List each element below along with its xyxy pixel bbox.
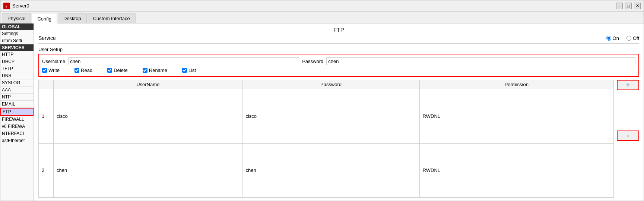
permissions-row: Write Read Delete Rename [42, 67, 635, 73]
user-table: UserName Password Permission 1 cisco cis… [38, 80, 614, 198]
radio-on-input[interactable] [606, 36, 611, 41]
main-window: S Server0 − □ ✕ Physical Config Desktop … [0, 0, 644, 201]
title-bar: S Server0 − □ ✕ [0, 0, 644, 12]
remove-user-button[interactable]: - [617, 131, 639, 141]
service-row: Service On Off [38, 35, 639, 44]
sidebar-item-algorithm-settings[interactable]: rithm Setti [0, 37, 34, 44]
title-bar-controls: − □ ✕ [616, 3, 641, 9]
sidebar-item-syslog[interactable]: SYSLOG [0, 79, 34, 87]
sidebar-item-aaa[interactable]: AAA [0, 87, 34, 94]
radio-on[interactable]: On [606, 35, 619, 41]
sidebar-item-ntp[interactable]: NTP [0, 94, 34, 101]
ftp-title: FTP [38, 26, 639, 33]
table-row[interactable]: 1 cisco cisco RWDNL [39, 89, 614, 144]
tab-custom-interface[interactable]: Custom Interface [88, 13, 136, 23]
col-index [39, 80, 54, 89]
col-password: Password [242, 80, 419, 89]
row2-permission: RWDNL [419, 143, 613, 198]
sidebar-item-ftp[interactable]: FTP [0, 108, 34, 116]
sidebar-item-fastethernet[interactable]: astEthernet [0, 137, 34, 144]
checkbox-list[interactable]: List [182, 67, 196, 73]
tab-bar: Physical Config Desktop Custom Interface [0, 12, 644, 23]
radio-off-input[interactable] [626, 36, 631, 41]
password-input[interactable] [326, 57, 635, 65]
row2-username: chen [54, 143, 242, 198]
sidebar-item-email[interactable]: EMAIL [0, 101, 34, 108]
sidebar-item-interface[interactable]: NTERFACI [0, 130, 34, 137]
maximize-button[interactable]: □ [625, 3, 632, 9]
sidebar-item-firewall[interactable]: FIREWALL [0, 116, 34, 123]
sidebar-header-global: GLOBAL [0, 23, 34, 30]
svg-text:S: S [5, 5, 7, 8]
username-input[interactable] [68, 57, 299, 65]
checkbox-read[interactable]: Read [74, 67, 92, 73]
window-title: Server0 [12, 3, 29, 9]
checkbox-list-input[interactable] [182, 68, 187, 73]
checkbox-delete-input[interactable] [107, 68, 112, 73]
row2-password: chen [242, 143, 419, 198]
sidebar-item-tftp[interactable]: TFTP [0, 65, 34, 72]
user-form-box: UserName Password Write Read [38, 54, 639, 77]
ftp-content: FTP Service On Off User Setup [34, 23, 644, 201]
checkbox-write[interactable]: Write [42, 67, 60, 73]
checkbox-read-input[interactable] [74, 68, 79, 73]
table-actions: + - [614, 80, 639, 198]
title-bar-left: S Server0 [3, 3, 29, 9]
row2-index: 2 [39, 143, 54, 198]
table-row[interactable]: 2 chen chen RWDNL [39, 143, 614, 198]
service-label: Service [38, 35, 56, 41]
add-user-button[interactable]: + [617, 80, 639, 90]
sidebar: GLOBAL Settings rithm Setti SERVICES HTT… [0, 23, 34, 201]
sidebar-item-http[interactable]: HTTP [0, 51, 34, 58]
user-setup-label: User Setup [38, 47, 639, 52]
checkbox-rename[interactable]: Rename [143, 67, 167, 73]
table-container: UserName Password Permission 1 cisco cis… [38, 80, 639, 198]
checkbox-rename-input[interactable] [143, 68, 147, 73]
checkbox-delete[interactable]: Delete [107, 67, 128, 73]
tab-physical[interactable]: Physical [2, 13, 31, 23]
close-button[interactable]: ✕ [634, 3, 641, 9]
minimize-button[interactable]: − [616, 3, 623, 9]
sidebar-item-v6firewall[interactable]: v6 FIREWA [0, 123, 34, 130]
password-label: Password [302, 59, 323, 64]
checkbox-write-input[interactable] [42, 68, 47, 73]
row1-password: cisco [242, 89, 419, 144]
main-area: GLOBAL Settings rithm Setti SERVICES HTT… [0, 23, 644, 201]
row1-index: 1 [39, 89, 54, 144]
tab-desktop[interactable]: Desktop [58, 13, 87, 23]
sidebar-header-services: SERVICES [0, 44, 34, 51]
radio-off[interactable]: Off [626, 35, 639, 41]
username-label: UserName [42, 59, 65, 64]
col-permission: Permission [419, 80, 613, 89]
row1-username: cisco [54, 89, 242, 144]
col-username: UserName [54, 80, 242, 89]
service-radio-group: On Off [606, 35, 639, 41]
app-icon: S [3, 3, 10, 9]
sidebar-item-dns[interactable]: DNS [0, 72, 34, 79]
sidebar-item-dhcp[interactable]: DHCP [0, 58, 34, 65]
tab-config[interactable]: Config [32, 14, 57, 23]
row1-permission: RWDNL [419, 89, 613, 144]
user-form-row1: UserName Password [42, 57, 635, 65]
sidebar-item-settings[interactable]: Settings [0, 30, 34, 37]
